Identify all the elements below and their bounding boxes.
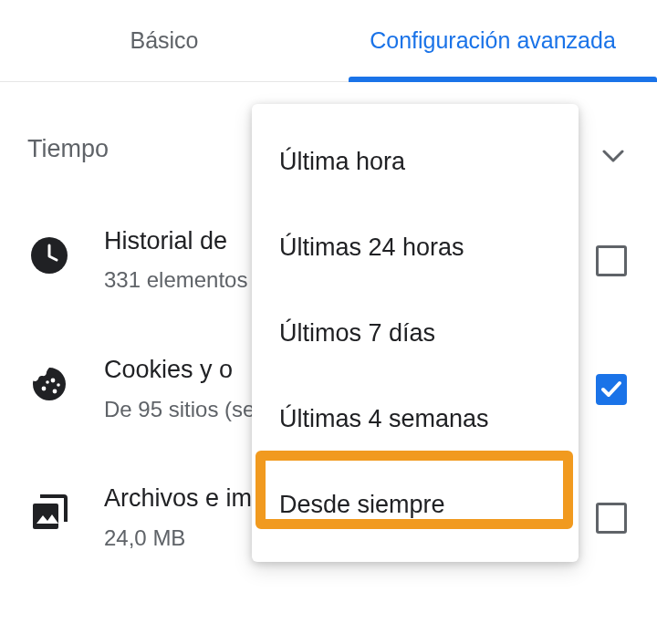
tab-advanced[interactable]: Configuración avanzada bbox=[328, 0, 657, 81]
clock-icon bbox=[27, 237, 71, 274]
svg-point-5 bbox=[57, 383, 60, 387]
checkbox-checked-icon bbox=[596, 374, 627, 405]
dropdown-caret-icon[interactable] bbox=[602, 140, 624, 169]
checkbox-cache[interactable] bbox=[593, 500, 630, 536]
dropdown-option-7d[interactable]: Últimos 7 días bbox=[252, 290, 579, 376]
checkbox-cookies[interactable] bbox=[593, 371, 630, 408]
svg-point-1 bbox=[42, 387, 47, 391]
dropdown-option-label: Últimos 7 días bbox=[279, 319, 435, 348]
cookie-icon bbox=[27, 366, 71, 402]
dropdown-option-last-hour[interactable]: Última hora bbox=[252, 119, 579, 204]
time-label: Tiempo bbox=[27, 135, 109, 163]
dropdown-option-all-time[interactable]: Desde siempre bbox=[252, 462, 579, 547]
dropdown-option-label: Última hora bbox=[279, 148, 405, 176]
checkbox-empty-icon bbox=[596, 503, 627, 534]
svg-point-4 bbox=[46, 380, 49, 384]
image-stack-icon bbox=[27, 494, 71, 531]
svg-rect-6 bbox=[33, 504, 58, 529]
checkbox-empty-icon bbox=[596, 245, 627, 276]
time-dropdown: Última hora Últimas 24 horas Últimos 7 d… bbox=[252, 104, 579, 562]
svg-point-3 bbox=[53, 390, 57, 394]
dropdown-option-4w[interactable]: Últimas 4 semanas bbox=[252, 376, 579, 462]
tab-bar: Básico Configuración avanzada bbox=[0, 0, 657, 82]
tab-advanced-label: Configuración avanzada bbox=[370, 27, 616, 54]
dropdown-option-label: Desde siempre bbox=[279, 491, 445, 519]
tab-basic[interactable]: Básico bbox=[0, 0, 328, 81]
dropdown-option-label: Últimas 24 horas bbox=[279, 234, 464, 262]
checkbox-history[interactable] bbox=[593, 243, 630, 279]
dropdown-option-label: Últimas 4 semanas bbox=[279, 405, 489, 433]
tab-basic-label: Básico bbox=[130, 27, 198, 54]
svg-point-2 bbox=[51, 379, 56, 383]
dropdown-option-24h[interactable]: Últimas 24 horas bbox=[252, 204, 579, 290]
